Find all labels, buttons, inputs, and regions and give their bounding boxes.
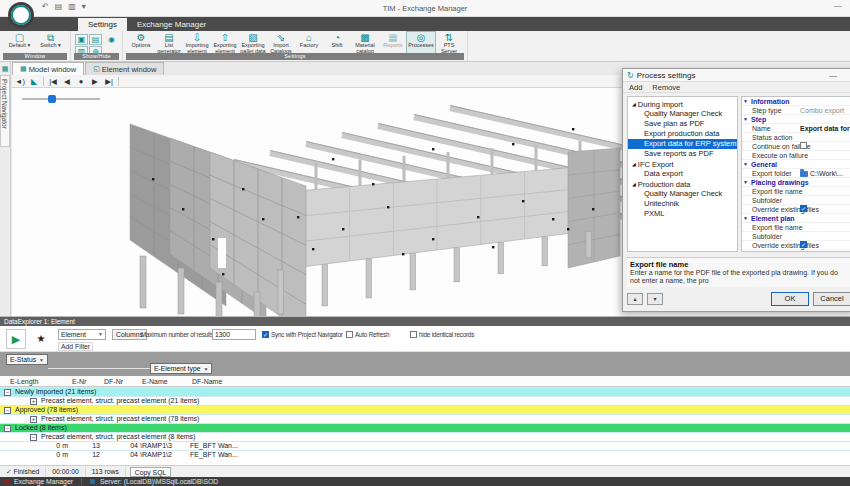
expand-toggle-icon[interactable]: − (4, 389, 11, 396)
slider-track[interactable] (22, 98, 100, 100)
app-menu-logo[interactable] (8, 2, 34, 28)
tree-node-save-reports-as-pdf[interactable]: Save reports as PDF (628, 149, 737, 159)
ribbon-button-pts-server[interactable]: ⇅PTS Server (435, 32, 463, 55)
property-value[interactable]: C:\Work\... (800, 169, 843, 178)
ribbon-button-exporting-element-data[interactable]: ⇧Exporting element data (211, 32, 239, 55)
toggle-panel-icon[interactable]: ▤ (89, 34, 102, 45)
property-section-information[interactable]: ▼Information (742, 97, 850, 106)
expand-toggle-icon[interactable]: + (30, 398, 37, 405)
tree-node-save-plan-as-pdf[interactable]: Save plan as PDF (628, 119, 737, 129)
group-row[interactable]: +Precast element, struct. precast elemen… (0, 414, 850, 423)
tree-expanded-icon[interactable]: ◢ (632, 181, 636, 187)
column-header-df-nr[interactable]: DF-Nr (102, 376, 138, 387)
property-value[interactable]: Export data for (800, 124, 850, 133)
dialog-titlebar[interactable]: ↻ Process settings (623, 69, 850, 82)
property-value[interactable]: Combo export (800, 106, 844, 115)
ribbon-button-factory[interactable]: ⌂Factory (295, 32, 323, 55)
ribbon-tab-exchange-manager[interactable]: Exchange Manager (127, 18, 216, 31)
ribbon-button-shift[interactable]: ◔Shift (323, 32, 351, 55)
dialog-minimize-button[interactable]: — (829, 71, 837, 80)
slider-thumb[interactable] (48, 95, 56, 103)
copy-sql-button[interactable]: Copy SQL (130, 467, 171, 477)
eye-icon[interactable]: ◉ (105, 34, 118, 45)
favorite-button[interactable]: ★ (32, 329, 50, 349)
property-row-subfolder[interactable]: Subfolder (742, 196, 850, 205)
property-row-override-existing-files[interactable]: Override existing files✓ (742, 205, 850, 214)
group-row[interactable]: −Approved (78 items) (0, 405, 850, 414)
property-section-element-plan[interactable]: ▼Element plan (742, 214, 850, 223)
tree-node-export-production-data[interactable]: Export production data (628, 129, 737, 139)
column-header-e-length[interactable]: E-Length (8, 376, 68, 387)
tree-node-unitechnik[interactable]: Unitechnik (628, 199, 737, 209)
group-chip-e-element-type[interactable]: E-Element type▼ (150, 363, 212, 374)
checkbox-override-existing-files[interactable]: ✓ (800, 205, 807, 212)
expand-toggle-icon[interactable]: − (30, 434, 37, 441)
project-navigator-tab[interactable]: Project Navigator (0, 75, 10, 147)
property-row-subfolder[interactable]: Subfolder (742, 232, 850, 241)
cancel-button[interactable]: Cancel (813, 292, 850, 306)
ribbon-button-default[interactable]: ▢Default ▾ (4, 32, 35, 55)
property-section-general[interactable]: ▼General (742, 160, 850, 169)
property-row-export-folder[interactable]: Export folderC:\Work\... (742, 169, 850, 178)
last-frame-button[interactable]: ▶| (104, 77, 114, 86)
column-header-e-nr[interactable]: E-Nr (70, 376, 100, 387)
property-value[interactable]: ✓ (800, 241, 807, 248)
column-header-df-name[interactable]: DF-Name (190, 376, 390, 387)
tree-node-quality-manager-check[interactable]: Quality Manager Check (628, 109, 737, 119)
audio-icon[interactable]: ◄) (15, 77, 25, 86)
ribbon-button-processes[interactable]: ◎Processes (407, 32, 435, 55)
add-filter-button[interactable]: Add Filter (58, 342, 93, 351)
property-row-status-action[interactable]: Status action (742, 133, 850, 142)
checkbox-box[interactable] (410, 331, 417, 338)
property-row-continue-on-failure[interactable]: Continue on failure (742, 142, 850, 151)
doc-tab-element-window[interactable]: ◱Element window (85, 62, 164, 75)
checkbox-override-existing-files[interactable]: ✓ (800, 241, 807, 248)
toggle-monitor-icon[interactable]: ▣ (75, 34, 88, 45)
tree-node-pxml[interactable]: PXML (628, 209, 737, 219)
ribbon-button-exporting-pallet-data[interactable]: ▧Exporting pallet data (239, 32, 267, 55)
ribbon-tab-settings[interactable]: Settings (78, 18, 127, 31)
table-row[interactable]: 0 m1304\RAMP1\3FE_BFT Wan... (0, 441, 850, 450)
next-frame-button[interactable]: ▶ (90, 77, 100, 86)
table-row[interactable]: 0 m1204\RAMP1\2FE_BFT Wan... (0, 450, 850, 459)
expand-toggle-icon[interactable]: − (4, 407, 11, 414)
tree-expanded-icon[interactable]: ◢ (632, 101, 636, 107)
group-row[interactable]: −Newly imported (21 items) (0, 387, 850, 396)
checkbox-box[interactable]: ✓ (262, 331, 269, 338)
dialog-menu-remove[interactable]: Remove (652, 83, 680, 92)
property-row-step-type[interactable]: Step typeCombo export (742, 106, 850, 115)
ok-button[interactable]: OK (771, 292, 809, 306)
tree-node-quality-manager-check[interactable]: Quality Manager Check (628, 189, 737, 199)
option-checkbox-hide-identical-records[interactable]: hide identical records (410, 331, 474, 338)
max-results-input[interactable]: 1300 (212, 329, 256, 340)
expand-toggle-icon[interactable]: + (30, 416, 37, 423)
prev-frame-button[interactable]: ◀ (62, 77, 72, 86)
property-section-step[interactable]: ▼Step (742, 115, 850, 124)
column-header-e-name[interactable]: E-Name (140, 376, 188, 387)
option-checkbox-auto-refresh[interactable]: Auto Refresh (346, 331, 389, 338)
property-row-override-existing-files[interactable]: Override existing files✓ (742, 241, 850, 250)
move-up-button[interactable]: ▴ (627, 293, 643, 305)
tree-expanded-icon[interactable]: ◢ (632, 161, 636, 167)
minimize-button[interactable]: — (834, 1, 842, 10)
property-row-export-file-name[interactable]: Export file name (742, 187, 850, 196)
tree-node-export-data-for-erp-systems[interactable]: Export data for ERP systems (628, 139, 737, 149)
ribbon-button-material-catalog[interactable]: ▩Material catalog (351, 32, 379, 55)
ribbon-button-list-generator[interactable]: ▤List generator (155, 32, 183, 55)
checkbox-continue-on-failure[interactable] (800, 142, 807, 149)
record-button[interactable]: ● (76, 77, 86, 86)
view-slider[interactable] (22, 94, 100, 104)
ribbon-button-importing-element-data[interactable]: ⇩Importing element data (183, 32, 211, 55)
property-row-export-file-name[interactable]: Export file name (742, 223, 850, 232)
group-row[interactable]: +Precast element, struct. precast elemen… (0, 396, 850, 405)
group-chip-e-status[interactable]: E-Status▼ (6, 354, 48, 365)
property-section-placing-drawings[interactable]: ▼Placing drawings (742, 178, 850, 187)
checkbox-box[interactable] (346, 331, 353, 338)
expand-toggle-icon[interactable]: − (4, 425, 11, 432)
tree-node-production-data[interactable]: ◢Production data (628, 179, 737, 189)
option-checkbox-sync-with-project-navigator[interactable]: ✓Sync with Project Navigator (262, 331, 343, 338)
ribbon-button-options[interactable]: ⚙Options (127, 32, 155, 55)
tree-node-ifc-export[interactable]: ◢IFC Export (628, 159, 737, 169)
ribbon-button-import-catalogs[interactable]: ⇘Import Catalogs (267, 32, 295, 55)
property-row-execute-on-failure[interactable]: Execute on failure (742, 151, 850, 160)
